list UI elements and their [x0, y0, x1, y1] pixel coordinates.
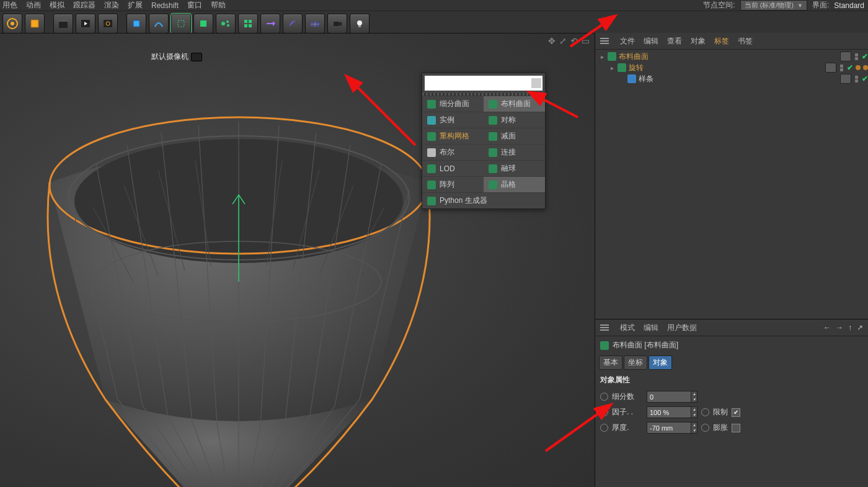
layout-value[interactable]: Standard: [834, 1, 864, 10]
popup-item[interactable]: 减面: [484, 128, 545, 144]
om-menu-item[interactable]: 对象: [691, 36, 706, 47]
spin-down-icon[interactable]: ▾: [691, 397, 697, 403]
right-panels: 文件 编辑 查看 对象 标签 书签 ▸布料曲面✔▸旋转✔样条✔ 模式 编辑 用户…: [595, 33, 868, 487]
checkbox[interactable]: ✔: [732, 408, 740, 417]
viewport[interactable]: 默认摄像机 ✥ ⤢ ⟲ ▭ 细分曲面布料曲面实例对称重构网格减面布尔连接LOD融…: [0, 33, 595, 487]
tool-primitive[interactable]: [126, 14, 146, 34]
popup-item[interactable]: 布料曲面: [484, 96, 545, 112]
camera-icon: [191, 53, 202, 61]
visibility-dots[interactable]: [840, 65, 843, 71]
layer-slot[interactable]: [840, 51, 851, 61]
tool-axis-arrow[interactable]: [260, 14, 280, 34]
tool-cube[interactable]: [25, 14, 45, 34]
checkbox[interactable]: [732, 424, 740, 432]
tab-basic[interactable]: 基本: [599, 355, 622, 370]
attr-menu-item[interactable]: 用户数据: [667, 323, 697, 333]
spin-up-icon[interactable]: ▴: [691, 391, 697, 397]
tool-bend[interactable]: [283, 14, 303, 34]
tool-clapper[interactable]: [53, 14, 73, 34]
popup-item[interactable]: 对称: [484, 112, 545, 128]
tree-row[interactable]: 样条✔: [595, 73, 868, 84]
menu-item[interactable]: 窗口: [187, 0, 202, 11]
section-title: 对象属性: [595, 371, 868, 389]
close-icon[interactable]: [531, 78, 541, 88]
nav-back-icon[interactable]: ←: [823, 323, 831, 332]
radio-icon[interactable]: [701, 424, 709, 432]
om-menu-item[interactable]: 编辑: [644, 36, 658, 47]
nav-ext-icon[interactable]: ↗: [857, 323, 863, 332]
radio-icon[interactable]: [701, 408, 709, 416]
popup-item[interactable]: LOD: [422, 160, 484, 176]
tree-row[interactable]: ▸旋转✔: [595, 62, 868, 73]
nav-fwd-icon[interactable]: →: [836, 323, 843, 332]
om-menu-item[interactable]: 查看: [667, 36, 682, 47]
menu-item[interactable]: 跟踪器: [73, 0, 95, 11]
tool-generator[interactable]: [171, 14, 191, 34]
rotate-icon[interactable]: ⟲: [570, 36, 578, 46]
popup-search[interactable]: [425, 76, 542, 91]
attr-menu-item[interactable]: 编辑: [644, 323, 658, 333]
tab-coord[interactable]: 坐标: [624, 355, 647, 370]
attr-input[interactable]: 0▴▾: [647, 391, 698, 403]
radio-icon[interactable]: [600, 393, 608, 401]
popup-item-python[interactable]: Python 生成器: [422, 192, 545, 208]
popup-item[interactable]: 晶格: [484, 176, 545, 192]
tool-light[interactable]: [350, 14, 370, 34]
hamburger-icon[interactable]: [600, 38, 609, 44]
popup-item[interactable]: 布尔: [422, 144, 484, 160]
attr-input[interactable]: -70 mm▴▾: [647, 422, 698, 434]
popup-item[interactable]: 连接: [484, 144, 545, 160]
attr-menu-item[interactable]: 模式: [620, 323, 635, 333]
tool-floor[interactable]: [305, 14, 325, 34]
tab-object[interactable]: 对象: [649, 355, 672, 370]
attr-row: 因子. .100 %▴▾限制✔: [595, 404, 868, 420]
visibility-dots[interactable]: [855, 53, 858, 60]
tree-row[interactable]: ▸布料曲面✔: [595, 51, 868, 62]
layer-slot[interactable]: [840, 74, 851, 84]
tool-spline[interactable]: [149, 14, 169, 34]
tool-render-settings[interactable]: [98, 14, 118, 34]
hamburger-icon[interactable]: [600, 324, 609, 331]
enable-check-icon[interactable]: ✔: [847, 63, 853, 72]
tool-deformer[interactable]: [193, 14, 213, 34]
attr-input[interactable]: 100 %▴▾: [647, 406, 698, 418]
enable-check-icon[interactable]: ✔: [862, 74, 868, 83]
expand-icon[interactable]: ▸: [599, 53, 605, 60]
visibility-dots[interactable]: [855, 76, 858, 83]
om-menu-item[interactable]: 书签: [738, 36, 753, 47]
radio-icon[interactable]: [600, 424, 608, 432]
spin-down-icon[interactable]: ▾: [691, 413, 697, 418]
spin-up-icon[interactable]: ▴: [691, 407, 697, 413]
popup-item[interactable]: 阵列: [422, 176, 484, 192]
tool-camera[interactable]: [327, 14, 347, 34]
object-tree[interactable]: ▸布料曲面✔▸旋转✔样条✔: [595, 50, 868, 319]
menu-item[interactable]: Redshift: [151, 1, 179, 10]
popup-item[interactable]: 实例: [422, 112, 484, 128]
expand-icon[interactable]: ▸: [609, 65, 615, 71]
maximize-icon[interactable]: ▭: [582, 36, 590, 46]
spin-down-icon[interactable]: ▾: [691, 428, 697, 434]
tool-logo[interactable]: [2, 14, 22, 34]
enable-check-icon[interactable]: ✔: [862, 52, 868, 61]
menu-item[interactable]: 模拟: [50, 0, 64, 11]
radio-icon[interactable]: [600, 408, 608, 416]
menu-item[interactable]: 用色: [2, 0, 17, 11]
menu-item[interactable]: 动画: [26, 0, 41, 11]
zoom-icon[interactable]: ⤢: [559, 36, 567, 46]
tool-cloner[interactable]: [238, 14, 258, 34]
node-space-combo[interactable]: 当前 (标准/物理) ▼: [740, 0, 807, 11]
tool-field[interactable]: [216, 14, 236, 34]
menu-item[interactable]: 扩展: [128, 0, 143, 11]
menu-item[interactable]: 帮助: [211, 0, 226, 11]
layer-slot[interactable]: [825, 63, 836, 73]
move-icon[interactable]: ✥: [548, 36, 556, 46]
tool-play[interactable]: [76, 14, 95, 34]
popup-item[interactable]: 重构网格: [422, 128, 484, 144]
spin-up-icon[interactable]: ▴: [691, 422, 697, 428]
nav-up-icon[interactable]: ↑: [848, 323, 852, 332]
om-menu-item[interactable]: 文件: [620, 36, 635, 47]
popup-item[interactable]: 细分曲面: [422, 96, 484, 112]
om-menu-item[interactable]: 标签: [714, 36, 729, 47]
menu-item[interactable]: 渲染: [104, 0, 119, 11]
popup-item[interactable]: 融球: [484, 160, 545, 176]
